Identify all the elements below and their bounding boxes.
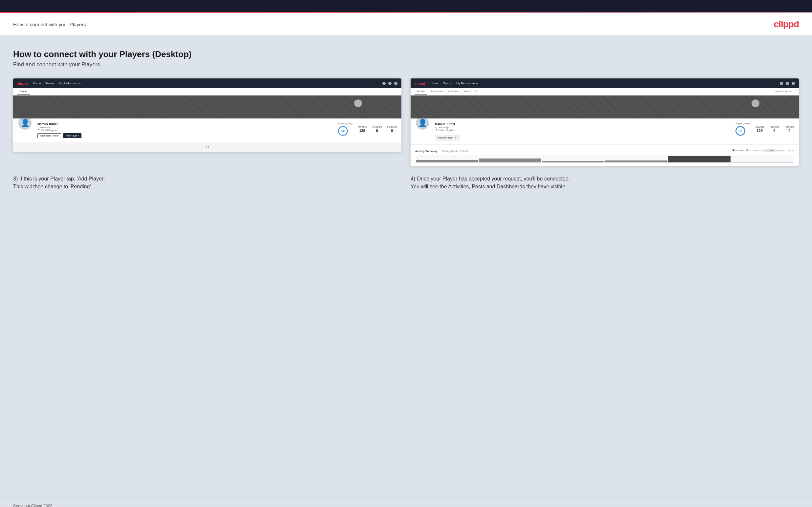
avatar-icon-1: 👤	[21, 119, 30, 127]
mock-golf-circle-1	[354, 100, 362, 107]
mock-stat-following-1: Following 0	[387, 126, 397, 132]
step3-description: 3) If this is your Player tap, 'Add Play…	[13, 175, 401, 191]
mock-stat-followers-value-2: 0	[769, 129, 779, 132]
mock-stat-followers-1: Followers 0	[372, 126, 382, 132]
mock-tab-dashboard-2[interactable]: Dashboard	[427, 88, 445, 95]
remove-player-label: Remove Player	[438, 136, 453, 139]
mock-profile-2: 👤 Marcus Turner 1-5 Handicap 📍 United Ki…	[411, 118, 799, 145]
mock-quality-group-2: Player Quality 92	[735, 122, 750, 136]
mock-profile-info-1: Marcus Turner 1-5 Handicap 📍 United King…	[38, 122, 333, 138]
mock-quality-label-2: Player Quality	[735, 122, 750, 125]
time-btn-6mths[interactable]: 6 mths	[766, 149, 775, 152]
mock-tab-activities-2[interactable]: Activities	[445, 88, 461, 95]
location-icon-2: 📍	[435, 129, 438, 131]
mock-stat-followers-value-1: 0	[372, 129, 382, 132]
chart-bar-3	[542, 161, 604, 162]
search-icon-1[interactable]	[383, 82, 386, 85]
mock-player-name-1: Marcus Turner	[38, 122, 333, 126]
mock-tab-whattoon-2[interactable]: What To On	[461, 88, 480, 95]
chart-bar-2	[479, 159, 541, 162]
description-col-1: 3) If this is your Player tap, 'Add Play…	[13, 175, 401, 191]
request-follow-button-1[interactable]: Request to Follow	[38, 133, 61, 138]
mock-quality-circle-2: 92	[735, 126, 745, 136]
mock-stat-activities-label-2: Activities	[755, 126, 764, 128]
legend-off-course: Off course	[746, 149, 758, 151]
mock-profile-1: 👤 Marcus Turner 1-5 Handicap 📍 United Ki…	[13, 118, 401, 142]
mock-stat-activities-value-2: 129	[755, 129, 764, 132]
user-icon-1[interactable]	[388, 82, 392, 85]
mock-navbar-1: clippd Home Teams My Performance	[13, 78, 401, 88]
settings-icon-1[interactable]	[394, 82, 398, 85]
mock-hero-1	[13, 96, 401, 118]
mock-nav-home-1: Home	[33, 82, 41, 85]
chart-bar-1	[416, 160, 478, 162]
logo: clippd	[774, 19, 799, 30]
mock-location-2: 📍 United Kingdom	[435, 129, 730, 131]
mock-hero-bg-1	[13, 96, 401, 118]
mock-tab-profile-1[interactable]: Profile	[17, 88, 30, 95]
mock-time-btns: 1 yr 6 mths 3 mths 1 mth	[759, 149, 794, 152]
mock-nav-icons-1	[383, 82, 398, 85]
settings-icon-2[interactable]	[792, 82, 795, 85]
mock-activity-titles: Activity Summary Monthly Activity · 6 Mo…	[415, 147, 469, 153]
mock-activity-section: Activity Summary Monthly Activity · 6 Mo…	[411, 145, 799, 166]
on-course-dot	[732, 149, 734, 151]
mock-hero-bg-2	[411, 96, 799, 118]
search-icon-2[interactable]	[780, 82, 783, 85]
time-btn-1yr[interactable]: 1 yr	[759, 149, 766, 152]
add-player-button-1[interactable]: Add Player +	[63, 133, 82, 138]
mock-stat-following-value-2: 0	[784, 129, 794, 132]
step4-description: 4) Once your Player has accepted your re…	[411, 175, 799, 191]
mock-tabs-2: Profile Dashboard Activities What To On …	[411, 88, 799, 96]
mock-nav-perf-2: My Performance	[456, 82, 478, 85]
mock-stat-activities-2: Activities 129	[755, 126, 764, 132]
page-subheading: Find and connect with your Players	[13, 61, 799, 68]
remove-player-button[interactable]: Remove Player ✕	[435, 135, 460, 140]
mock-player-name-2: Marcus Turner	[435, 122, 730, 126]
footer: Copyright Clippd 2022	[0, 497, 812, 507]
user-icon-2[interactable]	[786, 82, 789, 85]
mock-stat-following-label-1: Following	[387, 126, 397, 128]
screenshot-col-1: clippd Home Teams My Performance Profile	[13, 78, 401, 166]
mock-activity-subtitle: Monthly Activity · 6 Months	[442, 150, 469, 152]
mock-tab-player-dropdown[interactable]: Marcus Turner	[773, 88, 795, 95]
mock-stat-following-label-2: Following	[784, 126, 794, 128]
mock-nav-items-2: Home Teams My Performance	[430, 82, 478, 85]
mock-nav-items-1: Home Teams My Performance	[33, 82, 81, 85]
legend-on-course: On course	[732, 149, 744, 151]
mock-stat-following-value-1: 0	[387, 129, 397, 132]
screenshot-col-2: clippd Home Teams My Performance	[411, 78, 799, 166]
chart-bar-4	[605, 161, 667, 162]
mock-logo-2: clippd	[414, 81, 425, 85]
mock-nav-icons-2	[780, 82, 795, 85]
mock-hero-2	[411, 96, 799, 118]
mock-handicap-1: 1-5 Handicap	[38, 126, 333, 129]
mock-quality-circle-1: 92	[338, 126, 348, 136]
remove-x-icon: ✕	[455, 136, 457, 139]
mock-tab-profile-2[interactable]: Profile	[414, 88, 427, 95]
mock-nav-home-2: Home	[430, 82, 438, 85]
page-heading: How to connect with your Players (Deskto…	[13, 49, 799, 59]
mock-stat-followers-label-1: Followers	[372, 126, 382, 128]
mock-screenshot-2: clippd Home Teams My Performance	[411, 78, 799, 166]
location-text-1: United Kingdom	[41, 129, 57, 131]
mock-nav-teams-1: Teams	[45, 82, 54, 85]
time-btn-1mth[interactable]: 1 mth	[786, 149, 794, 152]
mock-profile-info-2: Marcus Turner 1-5 Handicap 📍 United King…	[435, 122, 730, 140]
mock-nav-teams-2: Teams	[443, 82, 452, 85]
mock-quality-label-1: Player Quality	[338, 122, 352, 125]
description-col-2: 4) Once your Player has accepted your re…	[411, 175, 799, 191]
mock-golf-circle-2	[752, 100, 759, 107]
header: How to connect with your Players clippd	[0, 13, 812, 36]
mock-scissors-area-1: ✂	[13, 142, 401, 152]
top-bar	[0, 0, 812, 12]
location-text-2: United Kingdom	[439, 129, 455, 131]
mock-stat-followers-label-2: Followers	[769, 126, 779, 128]
mock-activity-controls: On course Off course 1 yr 6 mths 3	[732, 149, 794, 152]
location-icon-1: 📍	[38, 129, 40, 131]
chart-bar-5	[668, 156, 730, 162]
time-btn-3mths[interactable]: 3 mths	[776, 149, 785, 152]
chart-bar-6	[731, 162, 794, 162]
main-content: How to connect with your Players (Deskto…	[0, 36, 812, 497]
mock-stat-followers-2: Followers 0	[769, 126, 779, 132]
